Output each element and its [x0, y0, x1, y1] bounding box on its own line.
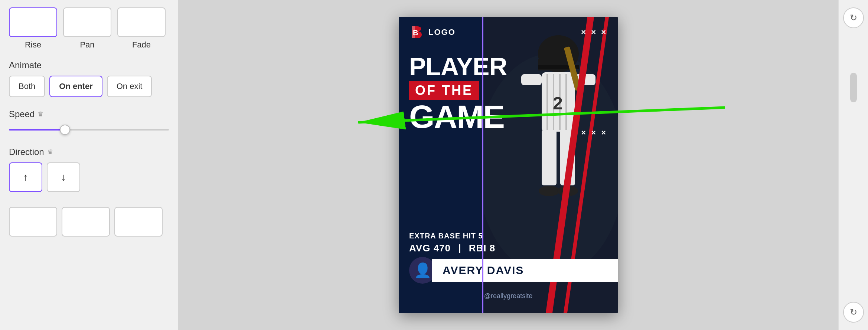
logo-text: LOGO [428, 27, 456, 37]
animate-both-button[interactable]: Both [9, 76, 45, 97]
bottom-presets-row [9, 207, 169, 237]
preset-rise[interactable]: Rise [9, 7, 57, 50]
preset-pan-box[interactable] [63, 7, 111, 37]
logo-area: B LOGO [409, 24, 456, 40]
direction-section: Direction ♛ ↑ ↓ [9, 147, 169, 192]
direction-header: Direction ♛ [9, 147, 169, 157]
avg-stat: AVG 470 [409, 242, 451, 254]
left-panel: Rise Pan Fade Animate Both On enter On e… [0, 0, 178, 330]
card-main-text: PLAYER OF THE GAME [409, 54, 507, 131]
refresh-top-button[interactable]: ↻ [843, 7, 864, 28]
preset-pan-label: Pan [80, 40, 94, 50]
svg-text:2: 2 [553, 93, 563, 113]
presets-row: Rise Pan Fade [9, 7, 169, 50]
preset-fade[interactable]: Fade [117, 7, 166, 50]
speed-section: Speed ♛ [9, 109, 169, 135]
animate-on-enter-button[interactable]: On enter [49, 76, 102, 97]
website-text: @reallygreatsite [399, 292, 618, 300]
bottom-preset-2[interactable] [62, 207, 110, 237]
svg-rect-15 [542, 130, 557, 185]
svg-rect-11 [565, 74, 567, 130]
animate-section: Animate Both On enter On exit [9, 60, 169, 109]
scroll-handle[interactable] [850, 73, 857, 102]
right-panel: ↻ ↻ [838, 0, 868, 330]
direction-buttons: ↑ ↓ [9, 162, 169, 192]
animate-buttons: Both On enter On exit [9, 76, 169, 97]
svg-text:B: B [413, 29, 418, 37]
preset-fade-box[interactable] [117, 7, 166, 37]
player-name-bar: 👤 AVERY DAVIS [399, 257, 618, 284]
preset-pan[interactable]: Pan [63, 7, 111, 50]
crown-icon-speed: ♛ [37, 110, 43, 118]
avatar-icon: 👤 [414, 262, 431, 278]
card-header: B LOGO × × × [399, 17, 618, 48]
refresh-bottom-button[interactable]: ↻ [843, 302, 864, 323]
preset-rise-label: Rise [25, 40, 41, 50]
purple-guide-line [482, 17, 483, 313]
brand-logo-icon: B [409, 24, 425, 40]
crown-icon-direction: ♛ [47, 148, 53, 156]
speed-slider-thumb[interactable] [60, 125, 70, 135]
bottom-preset-3[interactable] [114, 207, 163, 237]
arrow-down-icon: ↓ [61, 171, 66, 183]
speed-header: Speed ♛ [9, 109, 169, 119]
preset-fade-label: Fade [132, 40, 151, 50]
svg-rect-8 [546, 74, 548, 130]
design-card: 2 B LOGO × × × [399, 17, 618, 313]
direction-up-button[interactable]: ↑ [9, 162, 42, 192]
direction-label: Direction [9, 147, 44, 157]
xxx-top-text: × × × [581, 27, 607, 37]
animate-on-exit-button[interactable]: On exit [107, 76, 152, 97]
arrow-up-icon: ↑ [23, 171, 28, 183]
of-the-text: OF THE [415, 83, 473, 98]
game-text: GAME [409, 102, 507, 131]
svg-point-18 [539, 186, 559, 196]
stats-divider: | [458, 242, 461, 254]
animate-label: Animate [9, 60, 169, 70]
player-text: PLAYER [409, 54, 507, 79]
preset-rise-box[interactable] [9, 7, 57, 37]
bottom-preset-1[interactable] [9, 207, 57, 237]
svg-rect-12 [521, 74, 542, 85]
of-the-banner: OF THE [409, 81, 479, 100]
name-banner: AVERY DAVIS [432, 259, 618, 282]
canvas-area: 2 B LOGO × × × [178, 0, 838, 330]
speed-slider-container[interactable] [9, 125, 169, 135]
speed-label: Speed [9, 109, 35, 119]
xxx-bottom-text: × × × [581, 128, 607, 138]
direction-down-button[interactable]: ↓ [47, 162, 80, 192]
speed-slider-track [9, 129, 169, 131]
